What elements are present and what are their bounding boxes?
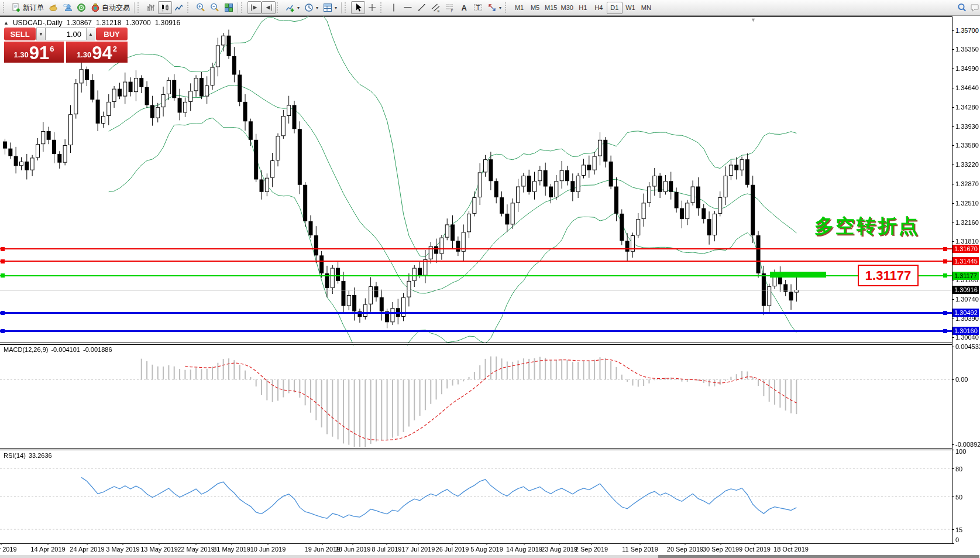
crosshair-button[interactable] — [365, 1, 379, 14]
date-axis-label: 22 May 2019 — [177, 546, 215, 553]
toolbar-chat-button[interactable] — [968, 1, 980, 14]
timeframe-d1[interactable]: D1 — [607, 2, 623, 14]
toolbar-grip — [505, 2, 509, 13]
text-a-button[interactable]: A — [457, 1, 471, 14]
rsi-value: 33.2636 — [29, 452, 52, 459]
horizontal-level-line[interactable] — [0, 248, 952, 249]
timeframe-m15[interactable]: M15 — [543, 2, 559, 14]
chart-header: ▲ USDCAD-,Daily 1.30867 1.31218 1.30700 … — [4, 19, 180, 27]
profile-cloud-button[interactable] — [60, 1, 74, 14]
toolbar-search-button[interactable] — [955, 1, 969, 14]
toolbar-grip — [137, 2, 142, 13]
sell-price-pip: 6 — [50, 44, 54, 53]
price-axis-tick — [952, 145, 954, 146]
level-line-handle[interactable] — [1, 259, 5, 263]
periods-clock-button[interactable]: ▾ — [302, 1, 321, 14]
text-label-button[interactable]: T — [471, 1, 485, 14]
level-line-handle[interactable] — [1, 273, 5, 278]
level-line-handle[interactable] — [943, 247, 947, 251]
svg-text:A: A — [462, 4, 467, 12]
pivot-price-tag[interactable]: 1.31177 — [858, 265, 919, 286]
sell-price-box[interactable]: 1.30 91 6 — [4, 42, 64, 63]
rsi-title: RSI(14) — [4, 452, 26, 459]
level-line-handle[interactable] — [1, 311, 5, 315]
level-line-handle[interactable] — [1, 247, 5, 251]
level-line-handle[interactable] — [943, 259, 947, 263]
cursor-icon — [353, 3, 363, 12]
chinese-annotation[interactable]: 多空转折点 — [814, 213, 920, 239]
buy-price-box[interactable]: 1.30 94 2 — [66, 42, 128, 63]
timeframe-m5[interactable]: M5 — [527, 2, 543, 14]
collapse-icon[interactable]: ▲ — [4, 20, 9, 26]
tile-windows-button[interactable] — [222, 1, 236, 14]
date-axis-label: 10 Jun 2019 — [250, 546, 286, 553]
volume-up-button[interactable]: ▲ — [86, 28, 95, 40]
price-badge: 1.30916 — [953, 286, 979, 294]
cursor-button[interactable] — [351, 1, 365, 14]
timeframe-mn[interactable]: MN — [638, 2, 654, 14]
horizontal-level-line[interactable] — [0, 312, 952, 314]
chart-bars-button[interactable] — [144, 1, 158, 14]
horizontal-scrollbar-thumb[interactable] — [658, 555, 979, 558]
date-axis-label: 3 May 2019 — [106, 546, 139, 553]
search-icon — [957, 3, 967, 12]
auto-scroll-icon — [250, 3, 259, 12]
rsi-axis-label: 15 — [955, 526, 962, 533]
close-value: 1.30916 — [155, 19, 180, 27]
horizontal-level-line[interactable] — [0, 330, 952, 332]
level-line-handle[interactable] — [943, 273, 947, 278]
time-axis-line — [0, 543, 953, 544]
chart-canvas[interactable] — [0, 16, 952, 555]
sell-button[interactable]: SELL — [4, 28, 36, 40]
autotrading-button[interactable]: 自动交易 — [88, 1, 132, 14]
one-click-trading-panel: SELL ▼ 1.00 ▲ BUY 1.30 91 6 1.30 94 2 — [4, 28, 128, 63]
buy-button[interactable]: BUY — [96, 28, 128, 40]
date-axis-label: 28 Jun 2019 — [335, 546, 371, 553]
volume-down-button[interactable]: ▼ — [36, 28, 46, 40]
vline-button[interactable] — [387, 1, 401, 14]
level-line-handle[interactable] — [1, 329, 5, 333]
arrows-button[interactable]: ▾ — [485, 1, 504, 14]
level-line-handle[interactable] — [943, 311, 947, 315]
templates-button[interactable]: ▾ — [321, 1, 339, 14]
chart-candles-button[interactable] — [158, 1, 172, 14]
channel-icon: E — [431, 3, 441, 12]
auto-scroll-button[interactable] — [247, 1, 262, 14]
zoom-in-button[interactable] — [194, 1, 208, 14]
chart-line-button[interactable] — [172, 1, 186, 14]
date-axis-label: 5 Aug 2019 — [470, 546, 503, 553]
volume-input[interactable]: 1.00 — [46, 28, 87, 40]
window-marker-icon: ▼ — [751, 17, 756, 23]
panel-splitter-macd[interactable] — [0, 343, 952, 345]
timeframe-m1[interactable]: M1 — [511, 2, 527, 14]
channel-button[interactable]: E — [429, 1, 443, 14]
panel-splitter-rsi[interactable] — [0, 448, 952, 450]
hline-button[interactable] — [401, 1, 415, 14]
signal-button[interactable] — [74, 1, 88, 14]
buy-price-big: 94 — [92, 45, 112, 61]
timeframe-h1[interactable]: H1 — [575, 2, 591, 14]
zoom-out-button[interactable] — [208, 1, 222, 14]
new-order-button[interactable]: 新订单 — [9, 1, 46, 14]
macd-axis-tick — [952, 347, 954, 347]
text-a-icon: A — [459, 3, 469, 12]
date-axis-label: 14 Apr 2019 — [30, 546, 65, 553]
pivot-zone-rectangle[interactable] — [770, 272, 826, 278]
gold-button[interactable] — [46, 1, 60, 14]
trendline-button[interactable] — [415, 1, 429, 14]
new-indicator-button[interactable]: ▾ — [283, 1, 302, 14]
chart-shift-button[interactable] — [262, 1, 276, 14]
timeframe-w1[interactable]: W1 — [623, 2, 638, 14]
price-axis-tick — [952, 88, 954, 88]
fibonacci-button[interactable]: F — [443, 1, 457, 14]
macd-label: MACD(12,26,9) -0.004101 -0.001886 — [4, 346, 112, 353]
date-axis-label: 14 Aug 2019 — [506, 546, 542, 553]
macd-axis-label: 0.004533 — [955, 343, 980, 350]
level-line-handle[interactable] — [943, 329, 947, 333]
price-axis-label: 1.30740 — [955, 296, 979, 303]
timeframe-m30[interactable]: M30 — [559, 2, 575, 14]
timeframe-h4[interactable]: H4 — [591, 2, 607, 14]
rsi-axis-label: 50 — [955, 494, 962, 501]
horizontal-level-line[interactable] — [0, 261, 952, 262]
trendline-icon — [417, 3, 427, 12]
